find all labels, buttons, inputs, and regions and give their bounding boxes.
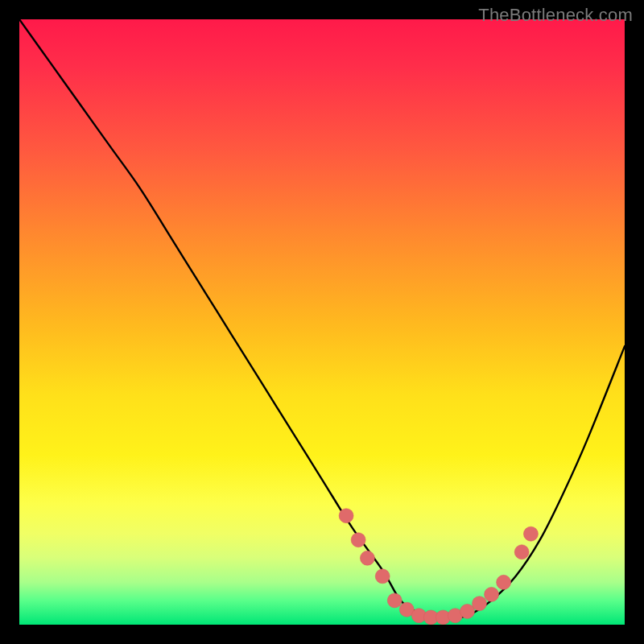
highlighted-dots-group (339, 509, 538, 625)
highlighted-dot (360, 551, 374, 565)
bottleneck-chart (19, 19, 625, 625)
highlighted-dot (514, 545, 529, 559)
highlighted-dot (460, 604, 474, 618)
highlighted-dot (351, 533, 365, 547)
highlighted-dot (339, 509, 353, 523)
highlighted-dot (485, 587, 499, 601)
highlighted-dot (387, 593, 402, 608)
highlighted-dot (523, 526, 538, 541)
highlighted-dot (375, 569, 390, 584)
watermark-text: TheBottleneck.com (478, 5, 633, 26)
chart-frame (19, 19, 625, 625)
highlighted-dot (473, 597, 487, 611)
highlighted-dot (497, 575, 511, 589)
